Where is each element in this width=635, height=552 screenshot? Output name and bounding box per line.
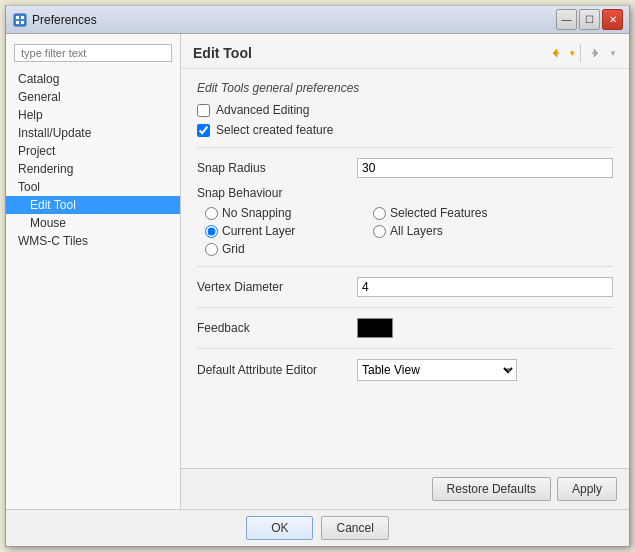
ok-button[interactable]: OK [246,516,313,540]
no-snapping-label: No Snapping [222,206,291,220]
toolbar-separator [580,44,581,62]
current-layer-label: Current Layer [222,224,295,238]
advanced-editing-row: Advanced Editing [197,103,613,117]
window-body: Catalog General Help Install/Update Proj… [6,34,629,509]
sidebar-item-install-update[interactable]: Install/Update [6,124,180,142]
radio-current-layer: Current Layer [205,224,365,238]
svg-rect-4 [21,21,24,24]
divider-1 [197,147,613,148]
footer-right: Restore Defaults Apply [432,477,617,501]
sidebar-item-help[interactable]: Help [6,106,180,124]
grid-radio[interactable] [205,243,218,256]
minimize-button[interactable]: — [556,9,577,30]
feedback-row: Feedback [197,318,613,338]
sidebar-item-general[interactable]: General [6,88,180,106]
select-created-row: Select created feature [197,123,613,137]
vertex-diameter-input[interactable] [357,277,613,297]
divider-3 [197,307,613,308]
vertex-diameter-label: Vertex Diameter [197,280,357,294]
maximize-button[interactable]: ☐ [579,9,600,30]
radio-all-layers: All Layers [373,224,613,238]
forward-icon [590,47,602,59]
panel-content: Edit Tools general preferences Advanced … [181,69,629,468]
panel-title: Edit Tool [193,45,252,61]
snap-radius-input[interactable] [357,158,613,178]
svg-rect-3 [16,21,19,24]
sidebar-item-rendering[interactable]: Rendering [6,160,180,178]
selected-features-label: Selected Features [390,206,487,220]
grid-label: Grid [222,242,245,256]
select-created-label: Select created feature [216,123,333,137]
radio-grid: Grid [205,242,365,256]
close-button[interactable]: ✕ [602,9,623,30]
radio-no-snapping: No Snapping [205,206,365,220]
advanced-editing-label: Advanced Editing [216,103,309,117]
window-title: Preferences [32,13,556,27]
forward-button[interactable] [585,42,607,64]
preferences-window: Preferences — ☐ ✕ Catalog General Help I… [5,5,630,547]
apply-button[interactable]: Apply [557,477,617,501]
sidebar-item-mouse[interactable]: Mouse [6,214,180,232]
panel-header: Edit Tool ▼ [181,34,629,69]
forward-dropdown-arrow[interactable]: ▼ [609,49,617,58]
all-layers-label: All Layers [390,224,443,238]
default-attribute-editor-dropdown-wrapper: Table View Dialog Editor Autocreate [357,359,517,381]
snap-behaviour-section: Snap Behaviour No Snapping Selected Feat… [197,186,613,256]
snap-radio-grid: No Snapping Selected Features Current La… [205,206,613,256]
restore-defaults-button[interactable]: Restore Defaults [432,477,551,501]
cancel-button[interactable]: Cancel [321,516,388,540]
divider-4 [197,348,613,349]
all-layers-radio[interactable] [373,225,386,238]
back-icon [549,47,561,59]
snap-radius-row: Snap Radius [197,158,613,178]
sidebar-item-wms-c-tiles[interactable]: WMS-C Tiles [6,232,180,250]
advanced-editing-checkbox[interactable] [197,104,210,117]
window-icon [12,12,28,28]
general-section-title: Edit Tools general preferences [197,81,613,95]
feedback-color-button[interactable] [357,318,393,338]
radio-selected-features: Selected Features [373,206,613,220]
selected-features-radio[interactable] [373,207,386,220]
default-attribute-editor-select[interactable]: Table View Dialog Editor Autocreate [357,359,517,381]
svg-rect-0 [14,14,26,26]
back-button[interactable] [544,42,566,64]
snap-radius-label: Snap Radius [197,161,357,175]
titlebar: Preferences — ☐ ✕ [6,6,629,34]
sidebar: Catalog General Help Install/Update Proj… [6,34,181,509]
divider-2 [197,266,613,267]
window-controls: — ☐ ✕ [556,9,623,30]
back-dropdown-arrow[interactable]: ▼ [568,49,576,58]
current-layer-radio[interactable] [205,225,218,238]
sidebar-item-project[interactable]: Project [6,142,180,160]
no-snapping-radio[interactable] [205,207,218,220]
default-attribute-editor-row: Default Attribute Editor Table View Dial… [197,359,613,381]
sidebar-item-catalog[interactable]: Catalog [6,70,180,88]
sidebar-item-tool[interactable]: Tool [6,178,180,196]
main-panel: Edit Tool ▼ [181,34,629,509]
default-attribute-editor-label: Default Attribute Editor [197,363,357,377]
select-created-checkbox[interactable] [197,124,210,137]
filter-input[interactable] [14,44,172,62]
feedback-label: Feedback [197,321,357,335]
vertex-diameter-row: Vertex Diameter [197,277,613,297]
panel-footer: Restore Defaults Apply [181,468,629,509]
panel-toolbar: ▼ ▼ [544,42,617,64]
snap-behaviour-title: Snap Behaviour [197,186,613,200]
sidebar-item-edit-tool[interactable]: Edit Tool [6,196,180,214]
window-footer: OK Cancel [6,509,629,546]
svg-rect-2 [21,16,24,19]
svg-rect-1 [16,16,19,19]
